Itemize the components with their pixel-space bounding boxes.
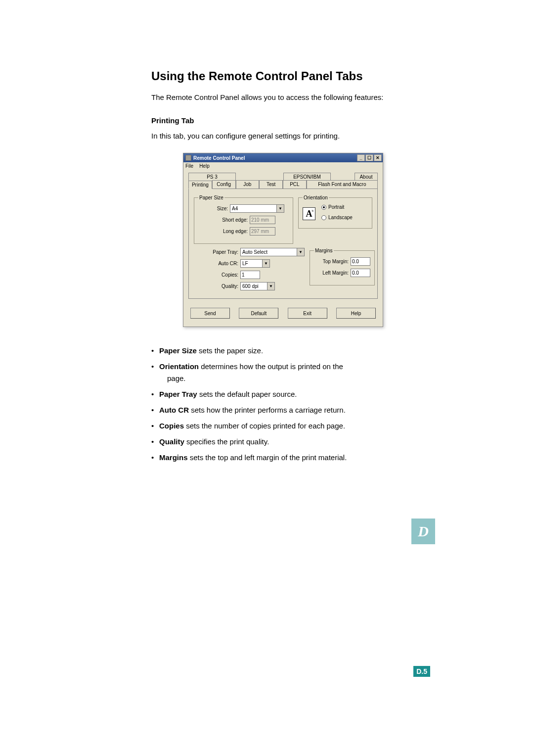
size-label: Size: — [198, 206, 228, 211]
long-edge-label: Long edge: — [198, 229, 248, 234]
minimize-button[interactable]: _ — [357, 154, 365, 161]
printing-tab-panel: Paper Size Size: A4 ▼ Short edge: — [188, 189, 378, 299]
help-button[interactable]: Help — [336, 308, 376, 319]
auto-cr-label: Auto CR: — [209, 261, 238, 266]
chevron-down-icon: ▼ — [297, 248, 304, 256]
printing-tab-subtitle: Printing Tab — [151, 116, 430, 125]
tab-ps3[interactable]: PS 3 — [188, 173, 236, 181]
chevron-down-icon: ▼ — [276, 205, 284, 212]
feature-list: Paper Size sets the paper size. Orientat… — [151, 345, 430, 464]
dialog-buttons: Send Default Exit Help — [188, 308, 378, 322]
tab-printing[interactable]: Printing — [188, 181, 212, 189]
chevron-down-icon: ▼ — [262, 260, 269, 267]
tab-epson-ibm[interactable]: EPSON/IBM — [283, 173, 331, 181]
radio-unselected-icon — [321, 215, 326, 220]
paper-tray-label: Paper Tray: — [209, 249, 238, 255]
size-select[interactable]: A4 ▼ — [230, 204, 284, 213]
copies-input[interactable] — [240, 271, 260, 279]
left-margin-input[interactable] — [351, 269, 370, 277]
short-edge-label: Short edge: — [198, 217, 248, 223]
list-item: Paper Size sets the paper size. — [151, 345, 430, 357]
page-number: D.5 — [413, 666, 430, 677]
tab-test[interactable]: Test — [259, 180, 283, 189]
list-item: Auto CR sets how the printer performs a … — [151, 404, 430, 416]
tab-config[interactable]: Config — [212, 180, 236, 189]
radio-selected-icon — [321, 205, 326, 210]
tab-pcl[interactable]: PCL — [283, 180, 307, 189]
default-button[interactable]: Default — [239, 308, 278, 319]
paper-size-legend: Paper Size — [198, 195, 224, 200]
margins-group: Margins Top Margin: Left Margin: — [310, 248, 375, 285]
tab-flash-font-macro[interactable]: Flash Font and Macro — [307, 180, 378, 189]
top-margin-input[interactable] — [351, 257, 370, 266]
long-edge-input — [250, 227, 275, 236]
list-item: Copies sets the number of copies printed… — [151, 420, 430, 432]
list-item: Margins sets the top and left margin of … — [151, 452, 430, 464]
menubar: File Help — [183, 162, 383, 170]
maximize-button[interactable]: ☐ — [365, 154, 373, 161]
tab-about[interactable]: About — [355, 173, 378, 181]
menu-help[interactable]: Help — [199, 163, 210, 169]
app-icon — [185, 155, 191, 161]
tab-job[interactable]: Job — [236, 180, 260, 189]
quality-label: Quality: — [209, 284, 238, 289]
page-heading: Using the Remote Control Panel Tabs — [151, 69, 430, 83]
close-button[interactable]: ✕ — [374, 154, 382, 161]
list-item: Quality specifies the print quality. — [151, 436, 430, 448]
paper-size-group: Paper Size Size: A4 ▼ Short edge: — [194, 195, 293, 244]
portrait-radio[interactable]: Portrait — [321, 204, 353, 210]
auto-cr-select[interactable]: LF ▼ — [240, 259, 270, 268]
list-item: Paper Tray sets the default paper source… — [151, 388, 430, 400]
titlebar: Remote Control Panel _ ☐ ✕ — [183, 153, 383, 162]
intro-text: The Remote Control Panel allows you to a… — [151, 92, 430, 102]
orientation-group: Orientation A Portrait Landscape — [298, 195, 372, 229]
copies-label: Copies: — [209, 272, 238, 278]
menu-file[interactable]: File — [185, 163, 193, 169]
chevron-down-icon: ▼ — [267, 283, 274, 290]
margins-legend: Margins — [314, 248, 334, 253]
section-tab-d: D — [411, 519, 435, 544]
send-button[interactable]: Send — [190, 308, 230, 319]
orientation-legend: Orientation — [303, 195, 329, 200]
exit-button[interactable]: Exit — [288, 308, 327, 319]
printing-tab-desc: In this tab, you can configure general s… — [151, 132, 430, 140]
quality-select[interactable]: 600 dpi ▼ — [240, 282, 275, 290]
paper-tray-select[interactable]: Auto Select ▼ — [240, 248, 305, 256]
top-margin-label: Top Margin: — [314, 259, 349, 264]
short-edge-input — [250, 216, 275, 224]
landscape-radio[interactable]: Landscape — [321, 215, 353, 220]
window-title: Remote Control Panel — [193, 155, 245, 161]
list-item: Orientation determines how the output is… — [151, 361, 430, 384]
left-margin-label: Left Margin: — [314, 270, 349, 276]
orientation-a-icon: A — [303, 207, 315, 220]
remote-control-panel-window: Remote Control Panel _ ☐ ✕ File Help PS … — [183, 153, 383, 327]
window-controls: _ ☐ ✕ — [357, 154, 382, 161]
